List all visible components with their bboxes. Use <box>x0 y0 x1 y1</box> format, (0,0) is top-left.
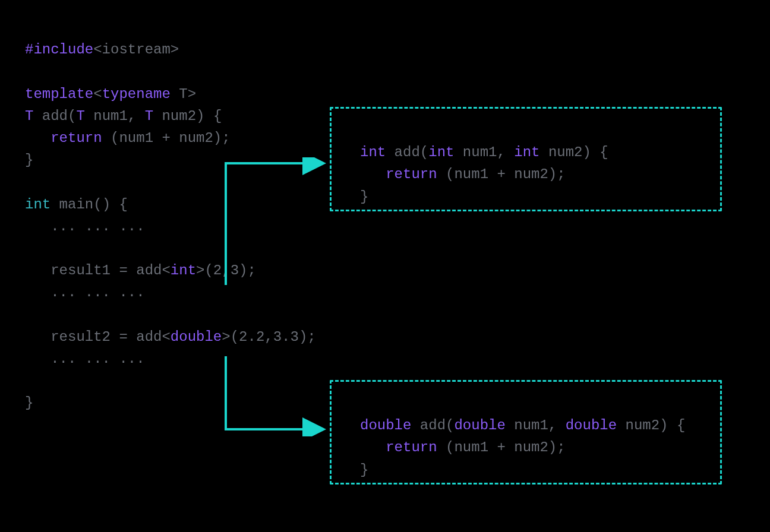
return-type-double: double <box>360 417 411 433</box>
int-keyword: int <box>25 197 51 213</box>
include-keyword: #include <box>25 42 93 58</box>
return-type-int: int <box>360 144 386 160</box>
return-keyword: return <box>386 166 437 182</box>
template-arg-int: int <box>171 262 196 278</box>
template-arg-double: double <box>171 329 222 345</box>
ellipsis: ... ... ... <box>25 351 145 367</box>
return-keyword: return <box>51 130 102 146</box>
source-code-block: #include<iostream> template<typename T> … <box>25 17 316 414</box>
include-header: <iostream> <box>93 42 179 58</box>
type-T: T <box>25 108 33 124</box>
return-keyword: return <box>386 439 437 455</box>
ellipsis: ... ... ... <box>25 218 145 235</box>
template-keyword: template <box>25 86 93 102</box>
ellipsis: ... ... ... <box>25 284 145 300</box>
instantiation-box-int: int add(int num1, int num2) { return (nu… <box>330 107 722 211</box>
instantiation-box-double: double add(double num1, double num2) { r… <box>330 380 722 484</box>
typename-keyword: typename <box>102 86 171 102</box>
